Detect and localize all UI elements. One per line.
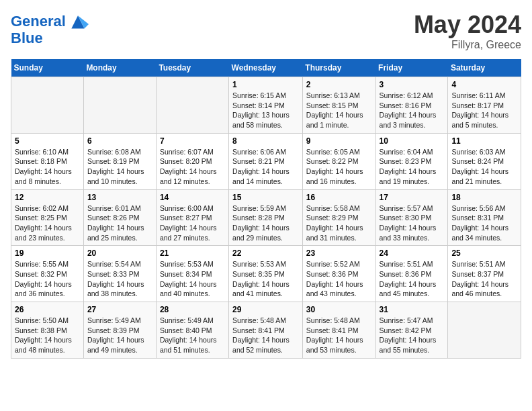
calendar-week-row: 12Sunrise: 6:02 AM Sunset: 8:25 PM Dayli… xyxy=(11,189,521,246)
day-number: 8 xyxy=(232,136,299,146)
calendar-cell: 30Sunrise: 5:48 AM Sunset: 8:41 PM Dayli… xyxy=(302,302,375,359)
day-number: 11 xyxy=(451,136,517,146)
day-info: Sunrise: 6:01 AM Sunset: 8:26 PM Dayligh… xyxy=(87,203,152,243)
month-title: May 2024 xyxy=(414,11,521,39)
weekday-header: Monday xyxy=(83,59,156,77)
day-info: Sunrise: 6:07 AM Sunset: 8:20 PM Dayligh… xyxy=(160,147,225,187)
day-info: Sunrise: 5:54 AM Sunset: 8:33 PM Dayligh… xyxy=(87,259,152,299)
calendar-cell: 4Sunrise: 6:11 AM Sunset: 8:17 PM Daylig… xyxy=(448,77,521,134)
day-number: 29 xyxy=(232,305,299,314)
day-info: Sunrise: 6:00 AM Sunset: 8:27 PM Dayligh… xyxy=(160,203,225,243)
day-number: 9 xyxy=(306,136,372,146)
calendar-cell xyxy=(448,302,521,359)
day-number: 20 xyxy=(87,248,152,258)
day-number: 22 xyxy=(232,248,299,258)
calendar-week-row: 19Sunrise: 5:55 AM Sunset: 8:32 PM Dayli… xyxy=(11,246,521,302)
calendar-cell: 5Sunrise: 6:10 AM Sunset: 8:18 PM Daylig… xyxy=(11,133,84,189)
calendar-table: SundayMondayTuesdayWednesdayThursdayFrid… xyxy=(11,59,521,359)
calendar-cell: 12Sunrise: 6:02 AM Sunset: 8:25 PM Dayli… xyxy=(11,189,84,246)
day-info: Sunrise: 6:08 AM Sunset: 8:19 PM Dayligh… xyxy=(87,147,152,187)
calendar-cell: 26Sunrise: 5:50 AM Sunset: 8:38 PM Dayli… xyxy=(11,302,84,359)
calendar-cell: 16Sunrise: 5:58 AM Sunset: 8:29 PM Dayli… xyxy=(302,189,375,246)
day-info: Sunrise: 5:47 AM Sunset: 8:42 PM Dayligh… xyxy=(380,316,445,355)
calendar-cell: 8Sunrise: 6:06 AM Sunset: 8:21 PM Daylig… xyxy=(229,133,303,189)
calendar-cell: 6Sunrise: 6:08 AM Sunset: 8:19 PM Daylig… xyxy=(83,133,156,189)
weekday-header: Sunday xyxy=(11,59,84,77)
day-info: Sunrise: 5:51 AM Sunset: 8:37 PM Dayligh… xyxy=(451,259,517,299)
weekday-header: Thursday xyxy=(302,59,375,77)
calendar-cell: 17Sunrise: 5:57 AM Sunset: 8:30 PM Dayli… xyxy=(375,189,448,246)
day-info: Sunrise: 6:06 AM Sunset: 8:21 PM Dayligh… xyxy=(232,147,299,187)
day-number: 7 xyxy=(160,136,225,146)
day-number: 5 xyxy=(15,136,80,146)
day-info: Sunrise: 5:53 AM Sunset: 8:35 PM Dayligh… xyxy=(232,259,299,299)
calendar-cell: 18Sunrise: 5:56 AM Sunset: 8:31 PM Dayli… xyxy=(448,189,521,246)
calendar-cell: 19Sunrise: 5:55 AM Sunset: 8:32 PM Dayli… xyxy=(11,246,84,302)
calendar-cell: 7Sunrise: 6:07 AM Sunset: 8:20 PM Daylig… xyxy=(156,133,228,189)
day-number: 27 xyxy=(87,305,152,314)
day-number: 17 xyxy=(380,193,445,202)
day-info: Sunrise: 6:13 AM Sunset: 8:15 PM Dayligh… xyxy=(306,91,372,130)
day-info: Sunrise: 5:50 AM Sunset: 8:38 PM Dayligh… xyxy=(15,316,80,355)
calendar-cell: 1Sunrise: 6:15 AM Sunset: 8:14 PM Daylig… xyxy=(229,77,303,134)
title-block: May 2024 Fillyra, Greece xyxy=(414,11,521,51)
day-info: Sunrise: 6:05 AM Sunset: 8:22 PM Dayligh… xyxy=(306,147,372,187)
calendar-cell: 13Sunrise: 6:01 AM Sunset: 8:26 PM Dayli… xyxy=(83,189,156,246)
page-header: General Blue May 2024 Fillyra, Greece xyxy=(11,11,521,51)
location-title: Fillyra, Greece xyxy=(414,39,521,51)
day-number: 6 xyxy=(87,136,152,146)
calendar-cell: 9Sunrise: 6:05 AM Sunset: 8:22 PM Daylig… xyxy=(302,133,375,189)
calendar-cell: 25Sunrise: 5:51 AM Sunset: 8:37 PM Dayli… xyxy=(448,246,521,302)
day-number: 10 xyxy=(380,136,445,146)
calendar-cell: 27Sunrise: 5:49 AM Sunset: 8:39 PM Dayli… xyxy=(83,302,156,359)
day-info: Sunrise: 5:57 AM Sunset: 8:30 PM Dayligh… xyxy=(380,203,445,243)
day-info: Sunrise: 5:53 AM Sunset: 8:34 PM Dayligh… xyxy=(160,259,225,299)
day-info: Sunrise: 6:04 AM Sunset: 8:23 PM Dayligh… xyxy=(380,147,445,187)
day-info: Sunrise: 6:15 AM Sunset: 8:14 PM Dayligh… xyxy=(232,91,299,130)
calendar-cell: 11Sunrise: 6:03 AM Sunset: 8:24 PM Dayli… xyxy=(448,133,521,189)
calendar-cell xyxy=(11,77,84,134)
weekday-header: Friday xyxy=(375,59,448,77)
calendar-header-row: SundayMondayTuesdayWednesdayThursdayFrid… xyxy=(11,59,521,77)
calendar-cell: 14Sunrise: 6:00 AM Sunset: 8:27 PM Dayli… xyxy=(156,189,228,246)
calendar-cell: 24Sunrise: 5:51 AM Sunset: 8:36 PM Dayli… xyxy=(375,246,448,302)
day-info: Sunrise: 5:51 AM Sunset: 8:36 PM Dayligh… xyxy=(380,259,445,299)
day-number: 1 xyxy=(232,80,299,89)
calendar-cell: 31Sunrise: 5:47 AM Sunset: 8:42 PM Dayli… xyxy=(375,302,448,359)
logo-icon xyxy=(67,11,89,32)
day-number: 4 xyxy=(451,80,517,89)
day-number: 31 xyxy=(380,305,445,314)
day-number: 16 xyxy=(306,193,372,202)
day-number: 15 xyxy=(232,193,299,202)
calendar-cell: 15Sunrise: 5:59 AM Sunset: 8:28 PM Dayli… xyxy=(229,189,303,246)
day-info: Sunrise: 5:58 AM Sunset: 8:29 PM Dayligh… xyxy=(306,203,372,243)
day-number: 21 xyxy=(160,248,225,258)
calendar-cell: 10Sunrise: 6:04 AM Sunset: 8:23 PM Dayli… xyxy=(375,133,448,189)
day-number: 24 xyxy=(380,248,445,258)
day-number: 18 xyxy=(451,193,517,202)
day-info: Sunrise: 5:49 AM Sunset: 8:39 PM Dayligh… xyxy=(87,316,152,355)
logo-text: General xyxy=(11,13,66,30)
calendar-cell: 20Sunrise: 5:54 AM Sunset: 8:33 PM Dayli… xyxy=(83,246,156,302)
day-info: Sunrise: 5:55 AM Sunset: 8:32 PM Dayligh… xyxy=(15,259,80,299)
calendar-week-row: 26Sunrise: 5:50 AM Sunset: 8:38 PM Dayli… xyxy=(11,302,521,359)
day-info: Sunrise: 5:49 AM Sunset: 8:40 PM Dayligh… xyxy=(160,316,225,355)
day-number: 12 xyxy=(15,193,80,202)
day-number: 25 xyxy=(451,248,517,258)
calendar-cell: 22Sunrise: 5:53 AM Sunset: 8:35 PM Dayli… xyxy=(229,246,303,302)
day-number: 30 xyxy=(306,305,372,314)
day-info: Sunrise: 6:11 AM Sunset: 8:17 PM Dayligh… xyxy=(451,91,517,130)
day-info: Sunrise: 5:56 AM Sunset: 8:31 PM Dayligh… xyxy=(451,203,517,243)
day-number: 13 xyxy=(87,193,152,202)
calendar-week-row: 1Sunrise: 6:15 AM Sunset: 8:14 PM Daylig… xyxy=(11,77,521,134)
day-number: 14 xyxy=(160,193,225,202)
calendar-body: 1Sunrise: 6:15 AM Sunset: 8:14 PM Daylig… xyxy=(11,77,521,359)
calendar-cell: 2Sunrise: 6:13 AM Sunset: 8:15 PM Daylig… xyxy=(302,77,375,134)
logo: General Blue xyxy=(11,11,89,47)
calendar-cell: 28Sunrise: 5:49 AM Sunset: 8:40 PM Dayli… xyxy=(156,302,228,359)
calendar-cell: 29Sunrise: 5:48 AM Sunset: 8:41 PM Dayli… xyxy=(229,302,303,359)
day-info: Sunrise: 6:12 AM Sunset: 8:16 PM Dayligh… xyxy=(380,91,445,130)
weekday-header: Wednesday xyxy=(229,59,303,77)
day-info: Sunrise: 6:10 AM Sunset: 8:18 PM Dayligh… xyxy=(15,147,80,187)
day-number: 28 xyxy=(160,305,225,314)
